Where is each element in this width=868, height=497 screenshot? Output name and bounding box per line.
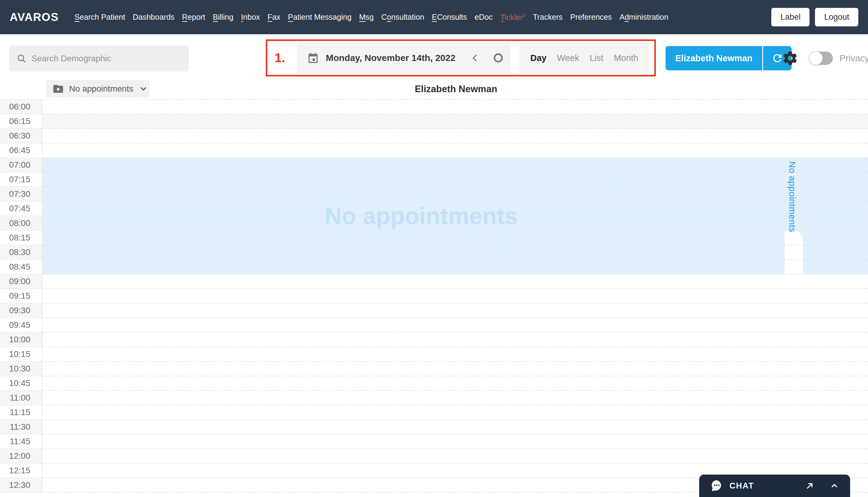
slot-cell[interactable] — [42, 143, 868, 157]
time-row-1030: 10:30 — [0, 362, 868, 376]
time-label: 07:00 — [0, 158, 42, 172]
slot-cell[interactable] — [42, 100, 868, 114]
nav-item-dashboards[interactable]: Dashboards — [133, 13, 175, 22]
slot-cell[interactable] — [42, 406, 868, 420]
nav-item-preferences[interactable]: Preferences — [570, 13, 612, 22]
time-label: 12:00 — [0, 449, 42, 463]
schedule-grid: No appointments 06:0006:1506:3006:4507:0… — [0, 99, 868, 497]
time-label: 11:30 — [0, 420, 42, 434]
nav-item-inbox[interactable]: Inbox — [241, 13, 260, 22]
slot-cell[interactable] — [42, 231, 868, 245]
slot-cell[interactable] — [42, 435, 868, 449]
time-label: 07:30 — [0, 187, 42, 201]
view-tab-month[interactable]: Month — [614, 53, 638, 63]
prev-day-button[interactable] — [470, 53, 480, 63]
privacy-label: Privacy — [839, 53, 868, 63]
slot-cell[interactable] — [42, 420, 868, 434]
nav-item-fax[interactable]: Fax — [268, 13, 281, 22]
view-tab-week[interactable]: Week — [557, 53, 579, 63]
slot-cell[interactable] — [42, 362, 868, 376]
slot-cell[interactable] — [42, 202, 868, 216]
search-demographic-input[interactable] — [31, 54, 181, 63]
nav-item-billing[interactable]: Billing — [213, 13, 233, 22]
nav-item-administration[interactable]: Administration — [619, 13, 668, 22]
nav-item-econsults[interactable]: EConsults — [432, 13, 467, 22]
slot-cell[interactable] — [42, 260, 868, 274]
time-row-0830: 08:30 — [0, 245, 868, 260]
nav-item-consultation[interactable]: Consultation — [381, 13, 424, 22]
logout-button[interactable]: Logout — [815, 8, 858, 26]
time-row-0845: 08:45 — [0, 260, 868, 274]
slot-cell[interactable] — [42, 347, 868, 361]
label-button[interactable]: Label — [771, 8, 809, 26]
nav-item-patient-messaging[interactable]: Patient Messaging — [288, 13, 352, 22]
app-logo: AVAROS — [10, 11, 59, 24]
time-label: 07:45 — [0, 202, 42, 216]
schedule-column-header: Elizabeth Newman — [44, 84, 868, 95]
privacy-control: Privacy — [809, 52, 868, 65]
time-row-0700: 07:00 — [0, 158, 868, 172]
slot-cell[interactable] — [42, 318, 868, 332]
slot-cell[interactable] — [42, 391, 868, 405]
slot-cell[interactable] — [42, 274, 868, 288]
time-label: 07:15 — [0, 172, 42, 186]
settings-button[interactable] — [782, 50, 798, 67]
chat-actions — [805, 481, 839, 491]
today-circle-icon — [494, 53, 503, 62]
time-row-0745: 07:45 — [0, 202, 868, 216]
slot-cell[interactable] — [42, 216, 868, 230]
privacy-toggle[interactable] — [809, 52, 833, 65]
slot-cell[interactable] — [42, 172, 868, 186]
time-row-0630: 06:30 — [0, 129, 868, 143]
nav-item-report[interactable]: Report — [182, 13, 205, 22]
slot-cell[interactable] — [42, 114, 868, 128]
time-row-0730: 07:30 — [0, 187, 868, 202]
chat-bubble-icon — [710, 479, 723, 493]
nav-item-tickler[interactable]: Tickler2 — [500, 13, 526, 22]
time-label: 09:45 — [0, 318, 42, 332]
slot-cell[interactable] — [42, 158, 868, 172]
slot-cell[interactable] — [42, 449, 868, 463]
view-switcher: DayWeekListMonth — [519, 43, 649, 73]
time-row-0900: 09:00 — [0, 274, 868, 289]
slot-cell[interactable] — [42, 376, 868, 390]
annotation-number: 1. — [275, 51, 285, 65]
today-button[interactable] — [494, 53, 503, 62]
slot-cell[interactable] — [42, 245, 868, 259]
time-label: 09:30 — [0, 303, 42, 317]
search-icon — [16, 53, 27, 64]
chat-popout-button[interactable] — [805, 481, 815, 491]
slot-cell[interactable] — [42, 129, 868, 143]
time-label: 08:15 — [0, 231, 42, 245]
folder-star-icon — [53, 84, 64, 94]
slot-cell[interactable] — [42, 289, 868, 303]
date-picker-button[interactable]: Monday, November 14th, 2022 — [297, 43, 511, 73]
appointment-filter-dropdown[interactable]: No appointments — [46, 80, 149, 98]
slot-cell[interactable] — [42, 333, 868, 346]
chat-expand-button[interactable] — [829, 481, 839, 491]
privacy-toggle-knob — [809, 51, 823, 65]
time-row-0615: 06:15 — [0, 114, 868, 129]
date-nav — [470, 53, 527, 63]
view-tab-list[interactable]: List — [590, 53, 603, 63]
slot-cell[interactable] — [42, 187, 868, 201]
time-label: 08:30 — [0, 245, 42, 259]
time-row-1045: 10:45 — [0, 376, 868, 391]
nav-item-search-patient[interactable]: Search Patient — [75, 13, 125, 22]
provider-button[interactable]: Elizabeth Newman — [665, 46, 762, 70]
nav-item-trackers[interactable]: Trackers — [533, 13, 562, 22]
time-row-0930: 09:30 — [0, 303, 868, 318]
time-label: 08:45 — [0, 260, 42, 274]
chat-widget[interactable]: CHAT — [699, 474, 850, 497]
time-row-0645: 06:45 — [0, 143, 868, 158]
calendar-icon — [307, 52, 319, 64]
time-row-1015: 10:15 — [0, 347, 868, 362]
nav-item-edoc[interactable]: eDoc — [475, 13, 493, 22]
time-label: 10:45 — [0, 376, 42, 390]
nav-item-msg[interactable]: Msg — [359, 13, 374, 22]
view-tab-day[interactable]: Day — [530, 53, 546, 63]
time-row-1145: 11:45 — [0, 435, 868, 449]
search-demographic-box[interactable] — [9, 45, 189, 72]
time-label: 10:15 — [0, 347, 42, 361]
slot-cell[interactable] — [42, 303, 868, 317]
